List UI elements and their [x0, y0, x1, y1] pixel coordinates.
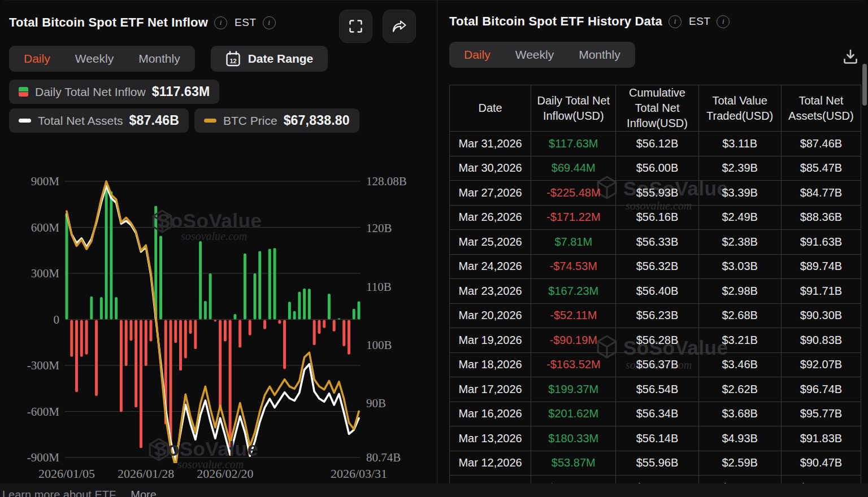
svg-text:-300M: -300M: [27, 359, 59, 372]
history-period-tabs: Daily Weekly Monthly: [449, 42, 635, 68]
legend-inflow-value: $117.63M: [152, 84, 210, 99]
cell-total-value-traded: $2.39B: [698, 156, 781, 181]
history-table: Date Daily Total Net Inflow(USD) Cumulat…: [449, 85, 862, 497]
legend-inflow-label: Daily Total Net Inflow: [35, 85, 146, 99]
cell-total-value-traded: $2.49B: [698, 205, 781, 230]
table-row: Mar 31,2026$117.63M$56.12B$3.11B$87.46B: [450, 132, 861, 156]
download-icon: [842, 58, 859, 67]
cell-date: Mar 12,2026: [450, 451, 531, 476]
cell-date: Mar 23,2026: [450, 279, 531, 304]
cell-date: Mar 20,2026: [450, 303, 531, 328]
net-inflow-chart[interactable]: 900M600M300M0-300M-600M-900M128.08B120B1…: [0, 165, 437, 484]
cell-cumulative-net-inflow: $56.16B: [616, 205, 698, 230]
cell-total-value-traded: $3.68B: [698, 402, 781, 426]
history-header: Total Bitcoin Spot ETF History Data i ES…: [437, 1, 868, 29]
cell-total-net-assets: $92.07B: [781, 352, 861, 377]
tab-weekly[interactable]: Weekly: [63, 46, 126, 72]
cell-date: Mar 13,2026: [450, 426, 531, 451]
cell-daily-net-inflow: $117.63M: [531, 132, 616, 156]
info-icon[interactable]: i: [214, 16, 227, 29]
svg-text:12: 12: [229, 57, 236, 64]
page-footer[interactable]: Learn more about ETFMore: [0, 483, 868, 497]
svg-text:100B: 100B: [366, 338, 392, 352]
table-row: Mar 25,2026$7.81M$56.33B$2.38B$91.63B: [450, 230, 861, 255]
download-button[interactable]: [841, 47, 860, 68]
date-range-button[interactable]: 12 Date Range: [211, 46, 328, 72]
cell-daily-net-inflow: -$74.53M: [531, 254, 616, 279]
cell-daily-net-inflow: $201.62M: [531, 402, 616, 426]
cell-cumulative-net-inflow: $56.00B: [616, 156, 698, 181]
cell-cumulative-net-inflow: $56.14B: [616, 426, 698, 451]
net-inflow-panel: Total Bitcoin Spot ETF Net Inflow i EST …: [0, 0, 437, 483]
cell-daily-net-inflow: $180.33M: [531, 426, 616, 451]
svg-text:900M: 900M: [31, 175, 60, 188]
legend-btc-price[interactable]: BTC Price $67,838.80: [194, 108, 359, 133]
legend-row-1: Daily Total Net Inflow $117.63M: [9, 80, 437, 104]
btc-line-icon: [204, 119, 216, 123]
cell-daily-net-inflow: $7.81M: [531, 230, 616, 255]
col-total-net-assets: Total Net Assets(USD): [781, 85, 861, 132]
cell-total-value-traded: $2.62B: [698, 377, 781, 402]
cell-total-net-assets: $87.46B: [781, 132, 861, 156]
fullscreen-button[interactable]: [339, 10, 372, 43]
svg-text:-900M: -900M: [27, 451, 59, 464]
tab-daily[interactable]: Daily: [452, 42, 503, 68]
table-row: Mar 16,2026$201.62M$56.34B$3.68B$95.77B: [450, 402, 861, 426]
cell-total-value-traded: $4.93B: [698, 426, 781, 451]
info-icon[interactable]: i: [669, 15, 682, 28]
period-tabs: Daily Weekly Monthly: [9, 46, 195, 72]
cell-total-value-traded: $2.59B: [698, 451, 781, 476]
tab-monthly[interactable]: Monthly: [566, 42, 633, 68]
cell-total-net-assets: $90.83B: [781, 328, 861, 353]
cell-daily-net-inflow: $53.87M: [531, 451, 616, 476]
calendar-icon: 12: [225, 51, 241, 67]
cell-total-value-traded: $3.11B: [698, 132, 781, 156]
cell-total-net-assets: $91.83B: [781, 426, 861, 451]
cell-total-value-traded: $2.68B: [698, 303, 781, 328]
svg-text:-600M: -600M: [27, 405, 59, 418]
table-row: Mar 27,2026-$225.48M$55.93B$3.39B$84.77B: [450, 181, 861, 206]
cell-date: Mar 17,2026: [450, 377, 531, 402]
table-row: Mar 26,2026-$171.22M$56.16B$2.49B$88.36B: [450, 205, 861, 230]
cell-total-net-assets: $90.30B: [781, 303, 861, 328]
cell-total-value-traded: $2.98B: [698, 279, 781, 304]
tab-monthly[interactable]: Monthly: [126, 46, 193, 72]
cell-total-net-assets: $91.63B: [781, 230, 861, 255]
cell-date: Mar 18,2026: [450, 352, 531, 377]
panels-row: Total Bitcoin Spot ETF Net Inflow i EST …: [0, 0, 868, 483]
cell-total-value-traded: $2.38B: [698, 230, 781, 255]
cell-date: Mar 24,2026: [450, 254, 531, 279]
table-row: Mar 18,2026-$163.52M$56.37B$3.46B$92.07B: [450, 352, 861, 377]
tab-weekly[interactable]: Weekly: [503, 42, 566, 68]
etf-dashboard: Total Bitcoin Spot ETF Net Inflow i EST …: [0, 0, 868, 497]
info-icon[interactable]: i: [263, 16, 276, 29]
share-button[interactable]: [383, 10, 416, 43]
legend-total-net-assets[interactable]: Total Net Assets $87.46B: [9, 108, 189, 133]
cell-date: Mar 19,2026: [450, 328, 531, 353]
svg-text:2026/03/31: 2026/03/31: [331, 467, 387, 481]
table-row: Mar 12,2026$53.87M$55.96B$2.59B$90.47B: [450, 451, 861, 476]
cell-cumulative-net-inflow: $56.34B: [616, 402, 698, 426]
history-data-panel: Total Bitcoin Spot ETF History Data i ES…: [437, 0, 868, 483]
info-icon[interactable]: i: [717, 15, 730, 28]
cell-daily-net-inflow: -$163.52M: [531, 352, 616, 377]
svg-text:2026/01/28: 2026/01/28: [118, 467, 174, 481]
cell-cumulative-net-inflow: $56.40B: [616, 279, 698, 304]
cell-date: Mar 26,2026: [450, 205, 531, 230]
col-daily-net-inflow: Daily Total Net Inflow(USD): [531, 85, 616, 132]
tab-daily[interactable]: Daily: [11, 46, 63, 72]
footer-link[interactable]: Learn more about ETFMore: [2, 489, 868, 497]
table-row: Mar 23,2026$167.23M$56.40B$2.98B$91.71B: [450, 279, 861, 304]
table-row: Mar 30,2026$69.44M$56.00B$2.39B$85.47B: [450, 156, 861, 181]
cell-total-net-assets: $91.71B: [781, 279, 861, 304]
table-row: Mar 20,2026-$52.11M$56.23B$2.68B$90.30B: [450, 303, 861, 328]
cell-date: Mar 16,2026: [450, 402, 531, 426]
cell-total-value-traded: $3.46B: [698, 352, 781, 377]
scrollbar-thumb[interactable]: [862, 64, 867, 106]
legend-daily-net-inflow[interactable]: Daily Total Net Inflow $117.63M: [9, 80, 219, 104]
svg-text:120B: 120B: [366, 221, 392, 235]
cell-daily-net-inflow: $199.37M: [531, 377, 616, 402]
cell-daily-net-inflow: -$52.11M: [531, 303, 616, 328]
cell-total-net-assets: $84.77B: [781, 181, 861, 206]
est-label: EST: [689, 15, 710, 28]
